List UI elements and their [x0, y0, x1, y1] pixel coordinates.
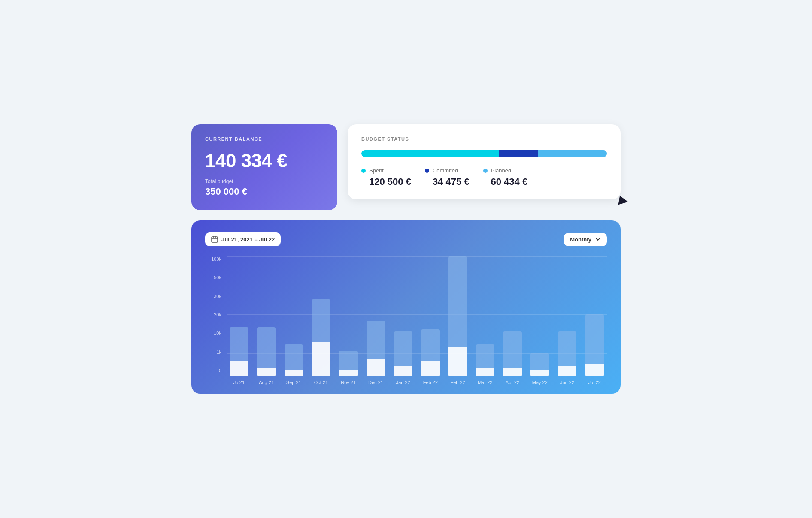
bar-segment-white	[585, 364, 604, 376]
planned-value: 60 434 €	[483, 176, 528, 187]
bar-segment-white	[339, 370, 358, 376]
bar-group	[582, 256, 607, 376]
x-label: Feb 22	[445, 380, 470, 385]
bar-segment-white	[367, 359, 385, 376]
progress-committed	[499, 150, 538, 157]
dashboard: CURRENT BALANCE 140 334 € Total budget 3…	[191, 124, 621, 394]
bar-segment-white	[394, 366, 412, 376]
x-label: Feb 22	[418, 380, 443, 385]
balance-main-amount: 140 334 €	[205, 150, 324, 172]
calendar-icon	[211, 236, 218, 243]
progress-spent	[361, 150, 499, 157]
y-label-30k: 30k	[205, 294, 221, 299]
x-label: Aug 21	[254, 380, 279, 385]
x-labels: Jul21Aug 21Sep 21Oct 21Nov 21Dec 21Jan 2…	[227, 380, 607, 385]
bar-segment-white	[530, 370, 549, 376]
budget-legend: Spent 120 500 € Commited 34 475 €	[361, 167, 607, 187]
bar-segment-light	[257, 327, 276, 368]
x-label: Oct 21	[309, 380, 333, 385]
total-budget-amount: 350 000 €	[205, 186, 324, 197]
bar-group	[527, 256, 552, 376]
bar-segment-light	[503, 331, 521, 368]
y-label-50k: 50k	[205, 275, 221, 280]
x-label: Jul 22	[582, 380, 607, 385]
x-label: Nov 21	[336, 380, 361, 385]
budget-progress-track	[361, 150, 607, 157]
x-label: Jan 22	[391, 380, 415, 385]
bar-segment-white	[558, 366, 576, 376]
bar-segment-light	[448, 256, 467, 347]
chart-header: Jul 21, 2021 – Jul 22 Monthly	[205, 232, 607, 246]
y-axis: 100k 50k 30k 20k 10k 1k 0	[205, 256, 227, 385]
bar-segment-white	[257, 368, 276, 376]
legend-item-committed: Commited 34 475 €	[425, 167, 470, 187]
legend-item-spent: Spent 120 500 €	[361, 167, 411, 187]
x-label: Apr 22	[500, 380, 525, 385]
bar-segment-white	[230, 361, 248, 376]
bar-group	[336, 256, 361, 376]
bar-group	[281, 256, 306, 376]
planned-dot	[483, 169, 488, 173]
bar-segment-light	[285, 344, 303, 370]
legend-item-planned: Planned 60 434 €	[483, 167, 528, 187]
bar-segment-white	[448, 347, 467, 376]
bar-segment-light	[394, 331, 412, 366]
bar-group	[391, 256, 415, 376]
balance-card: CURRENT BALANCE 140 334 € Total budget 3…	[191, 124, 337, 210]
bar-group	[445, 256, 470, 376]
bar-segment-light	[339, 351, 358, 370]
y-label-1k: 1k	[205, 349, 221, 355]
budget-card-title: BUDGET STATUS	[361, 136, 607, 142]
committed-label: Commited	[433, 167, 458, 174]
bar-segment-light	[558, 331, 576, 366]
bar-segment-light	[585, 314, 604, 364]
top-row: CURRENT BALANCE 140 334 € Total budget 3…	[191, 124, 621, 210]
bar-segment-light	[476, 344, 494, 368]
y-label-0: 0	[205, 368, 221, 373]
bar-segment-light	[421, 329, 439, 361]
bar-group	[500, 256, 525, 376]
bar-group	[473, 256, 497, 376]
bar-segment-white	[285, 370, 303, 376]
bar-segment-light	[367, 321, 385, 359]
balance-card-title: CURRENT BALANCE	[205, 136, 324, 142]
bars-container: Jul21Aug 21Sep 21Oct 21Nov 21Dec 21Jan 2…	[227, 256, 607, 385]
date-range-button[interactable]: Jul 21, 2021 – Jul 22	[205, 232, 281, 246]
planned-label: Planned	[491, 167, 512, 174]
bars-row	[227, 256, 607, 376]
bar-group	[418, 256, 443, 376]
bar-group	[555, 256, 580, 376]
x-label: May 22	[527, 380, 552, 385]
bar-group	[227, 256, 251, 376]
chevron-down-icon	[595, 236, 601, 242]
x-label: Jul21	[227, 380, 251, 385]
bar-segment-light	[312, 299, 330, 342]
committed-value: 34 475 €	[425, 176, 470, 187]
bar-segment-white	[503, 368, 521, 376]
spent-dot	[361, 169, 366, 173]
bar-group	[254, 256, 279, 376]
monthly-label: Monthly	[570, 236, 591, 243]
date-range-label: Jul 21, 2021 – Jul 22	[221, 236, 275, 243]
budget-card: BUDGET STATUS Spent 120 500 €	[348, 124, 621, 199]
chart-area: 100k 50k 30k 20k 10k 1k 0	[205, 256, 607, 385]
chart-card: Jul 21, 2021 – Jul 22 Monthly 100k 50k 3…	[191, 220, 621, 394]
x-label: Dec 21	[364, 380, 388, 385]
bar-group	[364, 256, 388, 376]
progress-planned	[538, 150, 607, 157]
total-budget-label: Total budget	[205, 178, 324, 184]
x-label: Sep 21	[281, 380, 306, 385]
bar-segment-light	[230, 327, 248, 361]
bar-group	[309, 256, 333, 376]
bar-segment-light	[530, 353, 549, 370]
y-label-10k: 10k	[205, 331, 221, 336]
cursor-arrow: ▶	[618, 192, 629, 208]
y-label-20k: 20k	[205, 312, 221, 317]
monthly-button[interactable]: Monthly	[564, 233, 607, 246]
x-label: Mar 22	[473, 380, 497, 385]
x-label: Jun 22	[555, 380, 580, 385]
spent-value: 120 500 €	[361, 176, 411, 187]
bar-segment-white	[421, 361, 439, 376]
svg-rect-0	[212, 237, 218, 242]
bar-segment-white	[476, 368, 494, 376]
